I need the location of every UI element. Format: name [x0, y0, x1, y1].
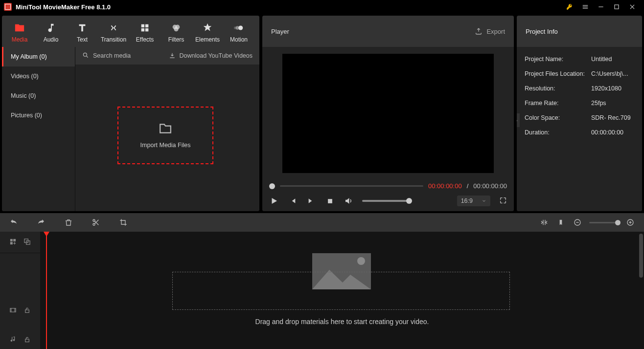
- tab-label: Media: [12, 36, 28, 43]
- tab-label: Audio: [44, 36, 59, 43]
- svg-rect-24: [25, 310, 29, 313]
- app-title: MiniTool MovieMaker Free 8.1.0: [16, 3, 111, 11]
- edit-toolbar: [0, 213, 644, 232]
- svg-rect-19: [13, 239, 16, 241]
- track-overlay-icon[interactable]: [23, 238, 31, 247]
- info-row-project-name: Project Name:Untitled: [525, 52, 634, 66]
- media-sidenav: My Album (0) Videos (0) Music (0) Pictur…: [2, 47, 75, 211]
- info-row-location: Project Files Location:C:\Users\bj\...: [525, 66, 634, 81]
- maximize-button[interactable]: [609, 0, 624, 14]
- sidenav-my-album[interactable]: My Album (0): [2, 47, 75, 66]
- zoom-out-button[interactable]: [573, 218, 582, 227]
- split-button[interactable]: [91, 218, 101, 227]
- tab-label: Motion: [230, 36, 248, 43]
- delete-button[interactable]: [64, 218, 73, 227]
- tab-label: Effects: [136, 36, 154, 43]
- volume-slider[interactable]: [362, 200, 409, 202]
- time-separator: /: [467, 182, 469, 190]
- vertical-scrollbar[interactable]: [639, 234, 643, 278]
- project-info-panel: › Project Info Project Name:Untitled Pro…: [517, 16, 642, 211]
- svg-rect-2: [141, 24, 144, 27]
- playhead[interactable]: [46, 232, 47, 349]
- timeline-tracks[interactable]: Drag and drop materials here to start cr…: [40, 232, 644, 349]
- info-row-duration: Duration:00:00:00:00: [525, 125, 634, 140]
- sidenav-pictures[interactable]: Pictures (0): [2, 106, 75, 125]
- svg-rect-0: [598, 6, 603, 7]
- download-youtube-button[interactable]: Download YouTube Videos: [169, 52, 253, 59]
- svg-rect-3: [145, 24, 148, 27]
- video-track-icon: [9, 306, 17, 315]
- volume-button[interactable]: [344, 196, 353, 206]
- aspect-ratio-select[interactable]: 16:9: [457, 196, 490, 206]
- import-media-button[interactable]: Import Media Files: [117, 107, 213, 164]
- svg-rect-20: [10, 242, 13, 244]
- download-label: Download YouTube Videos: [180, 52, 253, 59]
- tab-effects[interactable]: Effects: [129, 19, 161, 47]
- track-headers: [0, 232, 40, 349]
- player-title: Player: [271, 28, 289, 35]
- drop-hint: Drag and drop materials here to start cr…: [40, 318, 644, 326]
- tab-audio[interactable]: Audio: [35, 19, 67, 47]
- search-icon[interactable]: [82, 52, 89, 60]
- svg-rect-13: [328, 199, 332, 203]
- info-row-resolution: Resolution:1920x1080: [525, 81, 634, 96]
- audio-track-icon: [9, 336, 17, 345]
- tab-label: Elements: [195, 36, 220, 43]
- prev-frame-button[interactable]: [288, 196, 298, 206]
- svg-rect-25: [25, 339, 29, 342]
- minimize-button[interactable]: [593, 0, 609, 14]
- tab-text[interactable]: Text: [67, 19, 98, 47]
- ribbon: Media Audio Text Transition Effects: [2, 16, 259, 47]
- svg-point-8: [174, 27, 178, 31]
- sidenav-music[interactable]: Music (0): [2, 86, 75, 106]
- sidenav-videos[interactable]: Videos (0): [2, 66, 75, 86]
- undo-button[interactable]: [9, 218, 19, 227]
- seek-handle[interactable]: [269, 183, 275, 189]
- lock-icon[interactable]: [23, 336, 31, 345]
- crop-button[interactable]: [118, 218, 128, 227]
- svg-rect-5: [145, 28, 148, 31]
- drop-zone[interactable]: [172, 272, 510, 310]
- titlebar: MiniTool MovieMaker Free 8.1.0: [0, 0, 644, 14]
- export-label: Export: [486, 28, 505, 35]
- lock-icon[interactable]: [23, 306, 31, 315]
- info-title: Project Info: [526, 28, 558, 35]
- player-panel: Player Export 00:00:00:00 / 00:00:00:00: [262, 16, 514, 211]
- marker-button[interactable]: [556, 218, 566, 227]
- stop-button[interactable]: [325, 196, 335, 206]
- key-icon[interactable]: [562, 0, 577, 14]
- preview-area: [262, 47, 514, 179]
- import-label: Import Media Files: [140, 142, 191, 149]
- close-button[interactable]: [624, 0, 640, 14]
- fit-timeline-button[interactable]: [539, 218, 549, 227]
- search-placeholder[interactable]: Search media: [93, 52, 131, 59]
- app-logo-icon: [4, 3, 12, 11]
- svg-rect-4: [141, 28, 144, 31]
- redo-button[interactable]: [36, 218, 46, 227]
- tab-elements[interactable]: Elements: [192, 19, 223, 47]
- time-duration: 00:00:00:00: [473, 182, 507, 190]
- tab-filters[interactable]: Filters: [161, 19, 192, 47]
- time-current: 00:00:00:00: [428, 182, 462, 190]
- tab-label: Transition: [101, 36, 126, 43]
- preview-canvas: [282, 54, 494, 173]
- export-button[interactable]: Export: [475, 27, 505, 35]
- zoom-in-button[interactable]: [625, 218, 635, 227]
- info-row-colorspace: Color Space:SDR- Rec.709: [525, 110, 634, 125]
- svg-point-27: [357, 257, 365, 265]
- seek-track[interactable]: [280, 185, 423, 187]
- menu-icon[interactable]: [577, 0, 593, 14]
- zoom-slider[interactable]: [589, 222, 619, 223]
- tab-transition[interactable]: Transition: [98, 19, 129, 47]
- svg-rect-1: [615, 5, 619, 9]
- info-row-framerate: Frame Rate:25fps: [525, 96, 634, 110]
- aspect-value: 16:9: [461, 197, 473, 204]
- tab-media[interactable]: Media: [4, 19, 35, 47]
- add-track-icon[interactable]: [9, 238, 17, 247]
- tab-motion[interactable]: Motion: [223, 19, 254, 47]
- play-button[interactable]: [269, 196, 279, 206]
- fullscreen-button[interactable]: [499, 196, 507, 206]
- svg-point-12: [83, 53, 87, 56]
- collapse-handle[interactable]: ›: [517, 113, 520, 127]
- next-frame-button[interactable]: [306, 196, 316, 206]
